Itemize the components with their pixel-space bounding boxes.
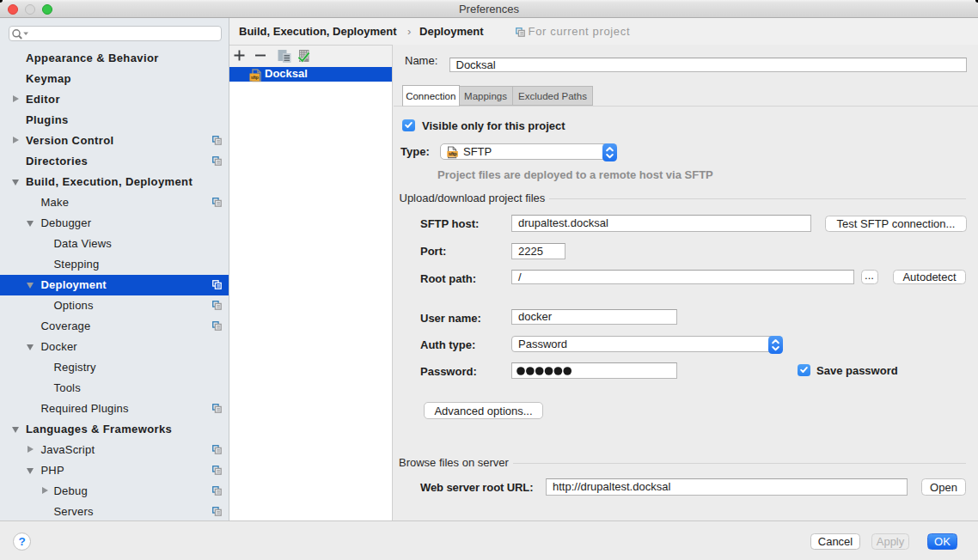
svg-text:sftp: sftp xyxy=(449,151,457,156)
svg-text:sftp: sftp xyxy=(250,75,259,80)
